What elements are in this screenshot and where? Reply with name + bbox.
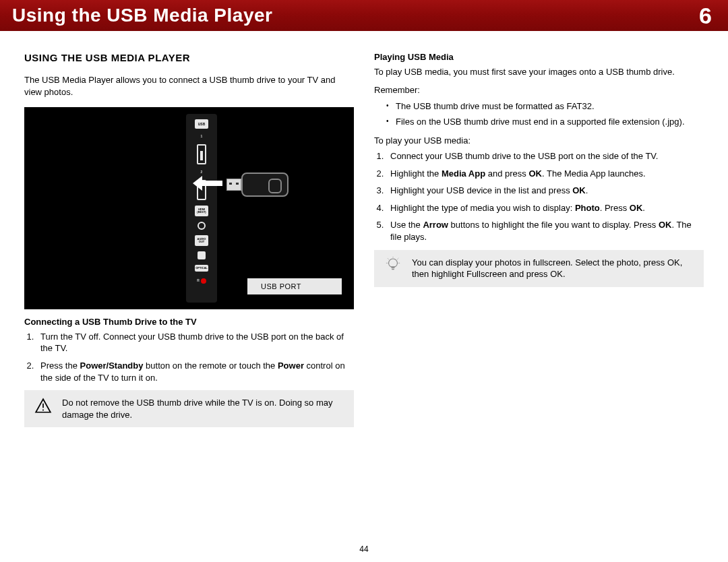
list-item: Highlight the Media App and press OK. Th… (386, 168, 704, 180)
usb-illustration: USB 1 2 HDMI (BEST) AUDIO OUT OPTICAL R (24, 107, 354, 309)
tv-port-panel: USB 1 2 HDMI (BEST) AUDIO OUT OPTICAL R (186, 114, 217, 303)
svg-point-2 (389, 259, 398, 268)
remember-list: The USB thumb drive must be formatted as… (374, 100, 704, 128)
usb-port-icon (197, 144, 206, 164)
port-1-label: 1 (201, 134, 203, 139)
warning-callout: Do not remove the USB thumb drive while … (24, 390, 354, 427)
list-item: Use the Arrow buttons to highlight the f… (386, 219, 704, 243)
tip-callout: You can display your photos in fullscree… (374, 250, 704, 287)
toplay-label: To play your USB media: (374, 135, 704, 147)
remember-label: Remember: (374, 84, 704, 96)
play-subhead: Playing USB Media (374, 51, 704, 63)
r-dot-icon (201, 278, 206, 284)
usb-drive-graphic (226, 171, 307, 198)
right-column: Playing USB Media To play USB media, you… (374, 51, 704, 427)
list-item: Highlight your USB device in the list an… (386, 185, 704, 197)
lightbulb-icon (384, 257, 402, 276)
list-item: Highlight the type of media you wish to … (386, 202, 704, 214)
list-item: Files on the USB thumb drive must end in… (386, 116, 704, 128)
list-item: The USB thumb drive must be formatted as… (386, 100, 704, 113)
list-item: Connect your USB thumb drive to the USB … (386, 150, 704, 162)
section-heading: USING THE USB MEDIA PLAYER (24, 51, 354, 65)
hdmi-label: HDMI (BEST) (195, 206, 208, 216)
page-body: USING THE USB MEDIA PLAYER The USB Media… (0, 32, 728, 427)
warning-text: Do not remove the USB thumb drive while … (62, 397, 344, 420)
port-2-label: 2 (201, 170, 203, 175)
chapter-header: Using the USB Media Player 6 (0, 0, 728, 32)
connect-steps: Turn the TV off. Connect your USB thumb … (24, 331, 354, 383)
chapter-title: Using the USB Media Player (12, 5, 272, 26)
play-intro: To play USB media, you must first save y… (374, 66, 704, 78)
r-row: R (197, 277, 206, 285)
audio-out-icon (198, 222, 206, 230)
usb-connector-icon (226, 179, 241, 191)
play-steps: Connect your USB thumb drive to the USB … (374, 150, 704, 243)
optical-label: OPTICAL (195, 265, 208, 272)
left-column: USING THE USB MEDIA PLAYER The USB Media… (24, 51, 354, 427)
usb-port-caption: USB PORT (247, 278, 342, 294)
warning-triangle-icon (34, 397, 53, 414)
audio-label: AUDIO OUT (195, 235, 208, 246)
optical-icon (198, 251, 206, 259)
insert-arrow-icon (193, 176, 222, 191)
connect-subhead: Connecting a USB Thumb Drive to the TV (24, 316, 354, 328)
chapter-number: 6 (699, 3, 712, 29)
tip-text: You can display your photos in fullscree… (412, 257, 694, 280)
usb-body-icon (241, 173, 289, 197)
svg-point-1 (42, 409, 44, 410)
intro-text: The USB Media Player allows you to conne… (24, 74, 354, 98)
list-item: Press the Power/Standby button on the re… (36, 360, 354, 383)
page-number: 44 (359, 544, 368, 554)
usb-label: USB (195, 119, 208, 129)
list-item: Turn the TV off. Connect your USB thumb … (36, 331, 354, 354)
